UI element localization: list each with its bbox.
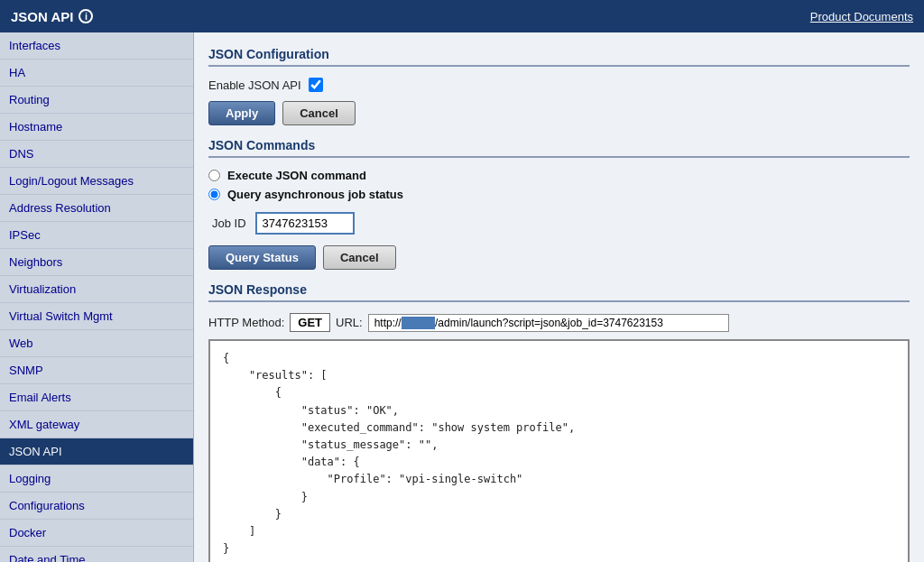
sidebar-item-dns[interactable]: DNS (0, 141, 193, 168)
json-commands-section: JSON Commands Execute JSON command Query… (208, 138, 910, 270)
query-status-button[interactable]: Query Status (208, 245, 316, 270)
sidebar-item-login-logout-messages[interactable]: Login/Logout Messages (0, 168, 193, 195)
sidebar-item-configurations[interactable]: Configurations (0, 493, 193, 520)
config-btn-row: Apply Cancel (208, 101, 910, 125)
apply-button[interactable]: Apply (208, 101, 275, 125)
header-title-group: JSON API i (11, 9, 93, 24)
http-method-value: GET (290, 313, 330, 332)
response-box: { "results": [ { "status": "OK", "execut… (208, 339, 910, 562)
json-response-section: JSON Response HTTP Method: GET URL: http… (208, 282, 910, 562)
main-content: JSON Configuration Enable JSON API Apply… (194, 32, 924, 562)
json-commands-header: JSON Commands (208, 138, 910, 158)
radio-execute-row: Execute JSON command (208, 169, 910, 182)
cancel-commands-button[interactable]: Cancel (323, 245, 396, 270)
json-config-section: JSON Configuration Enable JSON API Apply… (208, 47, 910, 125)
sidebar-item-xml-gateway[interactable]: XML gateway (0, 411, 193, 438)
url-prefix: http:// (374, 317, 402, 329)
url-label: URL: (336, 316, 363, 329)
main-layout: InterfacesHARoutingHostnameDNSLogin/Logo… (0, 32, 924, 562)
sidebar-item-ipsec[interactable]: IPSec (0, 222, 193, 249)
radio-query-label: Query asynchronous job status (227, 188, 403, 201)
sidebar-item-routing[interactable]: Routing (0, 87, 193, 114)
sidebar-item-date-and-time[interactable]: Date and Time (0, 547, 193, 562)
enable-json-label: Enable JSON API (208, 78, 301, 92)
sidebar-item-json-api[interactable]: JSON API (0, 438, 193, 465)
sidebar-item-hostname[interactable]: Hostname (0, 114, 193, 141)
job-id-label: Job ID (212, 217, 246, 230)
sidebar-item-interfaces[interactable]: Interfaces (0, 32, 193, 60)
sidebar-item-neighbors[interactable]: Neighbors (0, 249, 193, 276)
app-header: JSON API i Product Documents (0, 0, 924, 32)
sidebar-item-virtualization[interactable]: Virtualization (0, 276, 193, 303)
http-row: HTTP Method: GET URL: http:// /admin/lau… (208, 313, 910, 332)
sidebar-item-virtual-switch-mgmt[interactable]: Virtual Switch Mgmt (0, 303, 193, 330)
commands-btn-row: Query Status Cancel (208, 245, 910, 270)
job-id-row: Job ID (208, 212, 910, 235)
radio-execute-label: Execute JSON command (227, 169, 366, 182)
cancel-config-button[interactable]: Cancel (282, 101, 356, 125)
enable-json-api-row: Enable JSON API (208, 78, 910, 92)
sidebar-item-address-resolution[interactable]: Address Resolution (0, 195, 193, 222)
json-response-header: JSON Response (208, 282, 910, 302)
sidebar: InterfacesHARoutingHostnameDNSLogin/Logo… (0, 32, 194, 562)
product-documents-link[interactable]: Product Documents (810, 10, 913, 23)
http-method-label: HTTP Method: (208, 316, 284, 329)
sidebar-item-logging[interactable]: Logging (0, 465, 193, 493)
url-suffix: /admin/launch?script=json&job_id=3747623… (435, 317, 663, 329)
url-highlighted (402, 317, 435, 329)
sidebar-item-web[interactable]: Web (0, 330, 193, 357)
info-icon[interactable]: i (79, 9, 93, 23)
job-id-input[interactable] (255, 212, 355, 235)
sidebar-item-docker[interactable]: Docker (0, 520, 193, 547)
app-title: JSON API (11, 9, 73, 24)
url-display: http:// /admin/launch?script=json&job_id… (368, 314, 729, 332)
radio-query-row: Query asynchronous job status (208, 188, 910, 201)
radio-execute[interactable] (208, 170, 220, 181)
radio-query[interactable] (208, 189, 220, 200)
radio-group: Execute JSON command Query asynchronous … (208, 169, 910, 201)
sidebar-item-snmp[interactable]: SNMP (0, 357, 193, 384)
sidebar-item-email-alerts[interactable]: Email Alerts (0, 384, 193, 411)
enable-json-checkbox[interactable] (309, 78, 323, 92)
sidebar-item-ha[interactable]: HA (0, 60, 193, 87)
json-config-header: JSON Configuration (208, 47, 910, 67)
